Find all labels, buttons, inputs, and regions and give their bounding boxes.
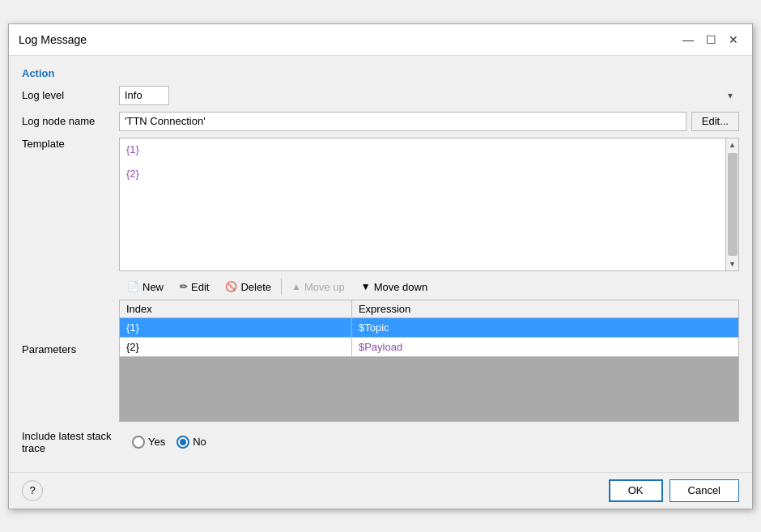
- edit-icon: ✏: [180, 281, 188, 292]
- radio-no-circle: [176, 436, 189, 449]
- stack-trace-radio-group: Yes No: [132, 436, 206, 449]
- stack-trace-row: Include latest stack trace Yes No: [22, 430, 739, 454]
- action-section-label: Action: [22, 67, 739, 79]
- dialog-footer: ? OK Cancel: [9, 472, 752, 509]
- log-level-control: Info Debug Warning Error: [119, 86, 739, 105]
- move-up-icon: ▲: [291, 281, 301, 292]
- radio-yes-circle: [132, 436, 145, 449]
- stack-trace-label: Include latest stack trace: [22, 430, 119, 454]
- scroll-up-arrow[interactable]: ▲: [726, 138, 739, 151]
- scroll-thumb: [728, 153, 738, 256]
- move-down-button[interactable]: ▼ Move down: [353, 278, 436, 296]
- parameters-label: Parameters: [22, 343, 119, 355]
- template-area-wrap: {1} {2} ▲ ▼: [119, 138, 739, 271]
- minimize-button[interactable]: —: [679, 31, 697, 49]
- close-button[interactable]: ✕: [725, 31, 742, 49]
- move-up-label: Move up: [304, 281, 345, 293]
- title-bar-controls: — ☐ ✕: [679, 31, 742, 49]
- log-level-row: Log level Info Debug Warning Error: [22, 86, 739, 105]
- dialog-body: Action Log level Info Debug Warning Erro…: [9, 56, 752, 466]
- log-node-name-label: Log node name: [22, 115, 119, 127]
- new-button[interactable]: 📄 New: [119, 278, 172, 296]
- dialog-window: Log Message — ☐ ✕ Action Log level Info …: [8, 23, 753, 509]
- dialog-title: Log Message: [19, 33, 87, 46]
- template-scrollbar: ▲ ▼: [725, 138, 738, 270]
- log-node-name-control: Edit...: [119, 112, 739, 131]
- log-level-label: Log level: [22, 89, 119, 101]
- delete-icon: 🚫: [225, 281, 237, 292]
- row2-index: {2}: [120, 337, 352, 356]
- table-row[interactable]: {2} $Payload: [120, 337, 739, 356]
- edit-label: Edit: [191, 281, 209, 293]
- parameters-content: 📄 New ✏ Edit 🚫 Delete ▲: [119, 278, 739, 422]
- log-node-name-input[interactable]: [119, 112, 687, 131]
- log-level-select-wrapper: Info Debug Warning Error: [119, 86, 739, 105]
- title-bar: Log Message — ☐ ✕: [9, 24, 752, 56]
- parameters-toolbar: 📄 New ✏ Edit 🚫 Delete ▲: [119, 278, 739, 296]
- log-level-select[interactable]: Info Debug Warning Error: [119, 86, 169, 105]
- table-empty-row: [120, 356, 739, 421]
- new-label: New: [142, 281, 164, 293]
- row1-index: {1}: [120, 317, 352, 337]
- log-node-name-row: Log node name Edit...: [22, 112, 739, 131]
- template-textarea[interactable]: {1} {2}: [120, 138, 725, 270]
- footer-left: ?: [22, 480, 43, 501]
- template-label: Template: [22, 138, 119, 150]
- maximize-button[interactable]: ☐: [702, 31, 720, 49]
- template-row: Template {1} {2} ▲ ▼: [22, 138, 739, 271]
- toolbar-separator: [281, 279, 282, 295]
- move-down-icon: ▼: [361, 281, 371, 292]
- radio-yes-label: Yes: [148, 436, 165, 448]
- new-icon: 📄: [127, 281, 139, 292]
- radio-no[interactable]: No: [176, 436, 206, 449]
- scroll-down-arrow[interactable]: ▼: [726, 257, 739, 270]
- log-node-name-edit-button[interactable]: Edit...: [691, 112, 739, 131]
- row2-expression: $Payload: [351, 337, 738, 356]
- move-down-label: Move down: [374, 281, 427, 293]
- move-up-button[interactable]: ▲ Move up: [283, 278, 353, 296]
- col-index-header: Index: [120, 300, 352, 317]
- parameters-table: Index Expression {1} $Topic {2} $P: [119, 300, 739, 422]
- parameters-section: Parameters 📄 New ✏ Edit 🚫: [22, 278, 739, 422]
- ok-button[interactable]: OK: [609, 479, 663, 502]
- title-bar-left: Log Message: [19, 33, 87, 46]
- col-expression-header: Expression: [351, 300, 738, 317]
- delete-label: Delete: [240, 281, 271, 293]
- empty-cell: [120, 356, 739, 421]
- radio-no-label: No: [193, 436, 206, 448]
- row1-expression: $Topic: [351, 317, 738, 337]
- edit-button[interactable]: ✏ Edit: [172, 278, 217, 296]
- delete-button[interactable]: 🚫 Delete: [217, 278, 279, 296]
- footer-right: OK Cancel: [609, 479, 739, 502]
- help-button[interactable]: ?: [22, 480, 43, 501]
- table-row[interactable]: {1} $Topic: [120, 317, 739, 337]
- parameters-row: Parameters 📄 New ✏ Edit 🚫: [22, 278, 739, 422]
- cancel-button[interactable]: Cancel: [670, 479, 739, 502]
- radio-yes[interactable]: Yes: [132, 436, 165, 449]
